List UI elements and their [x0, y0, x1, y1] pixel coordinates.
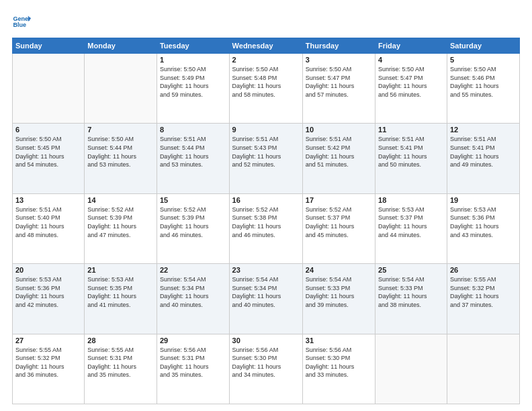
calendar-cell: 6Sunrise: 5:50 AM Sunset: 5:45 PM Daylig…	[13, 124, 85, 193]
day-info: Sunrise: 5:53 AM Sunset: 5:35 PM Dayligh…	[87, 275, 154, 309]
calendar-cell: 1Sunrise: 5:50 AM Sunset: 5:49 PM Daylig…	[157, 54, 229, 124]
weekday-header: Friday	[375, 38, 447, 54]
calendar-cell: 24Sunrise: 5:54 AM Sunset: 5:33 PM Dayli…	[302, 264, 375, 334]
day-info: Sunrise: 5:53 AM Sunset: 5:36 PM Dayligh…	[15, 275, 81, 309]
calendar-cell: 30Sunrise: 5:56 AM Sunset: 5:30 PM Dayli…	[229, 334, 302, 404]
calendar-cell: 31Sunrise: 5:56 AM Sunset: 5:30 PM Dayli…	[302, 334, 375, 404]
calendar-table: SundayMondayTuesdayWednesdayThursdayFrid…	[12, 38, 520, 404]
calendar-cell: 18Sunrise: 5:53 AM Sunset: 5:37 PM Dayli…	[375, 193, 447, 263]
day-info: Sunrise: 5:50 AM Sunset: 5:44 PM Dayligh…	[87, 135, 154, 169]
day-number: 15	[160, 196, 226, 204]
day-info: Sunrise: 5:55 AM Sunset: 5:31 PM Dayligh…	[87, 346, 154, 379]
day-info: Sunrise: 5:52 AM Sunset: 5:38 PM Dayligh…	[232, 205, 300, 239]
day-info: Sunrise: 5:53 AM Sunset: 5:37 PM Dayligh…	[378, 205, 444, 239]
calendar-cell: 21Sunrise: 5:53 AM Sunset: 5:35 PM Dayli…	[85, 264, 157, 334]
day-number: 26	[450, 266, 517, 274]
day-info: Sunrise: 5:54 AM Sunset: 5:34 PM Dayligh…	[232, 275, 300, 309]
calendar-week-row: 20Sunrise: 5:53 AM Sunset: 5:36 PM Dayli…	[13, 264, 520, 334]
calendar-cell: 2Sunrise: 5:50 AM Sunset: 5:48 PM Daylig…	[229, 54, 302, 124]
calendar-week-row: 1Sunrise: 5:50 AM Sunset: 5:49 PM Daylig…	[13, 54, 520, 124]
day-number: 1	[160, 56, 226, 64]
day-number: 7	[87, 126, 154, 134]
day-info: Sunrise: 5:54 AM Sunset: 5:33 PM Dayligh…	[378, 275, 444, 309]
calendar-cell: 27Sunrise: 5:55 AM Sunset: 5:32 PM Dayli…	[13, 334, 85, 404]
day-number: 14	[87, 196, 154, 204]
calendar-cell: 25Sunrise: 5:54 AM Sunset: 5:33 PM Dayli…	[375, 264, 447, 334]
day-info: Sunrise: 5:51 AM Sunset: 5:43 PM Dayligh…	[232, 135, 300, 169]
day-info: Sunrise: 5:51 AM Sunset: 5:42 PM Dayligh…	[306, 135, 372, 169]
day-info: Sunrise: 5:52 AM Sunset: 5:37 PM Dayligh…	[306, 205, 372, 239]
calendar-cell: 8Sunrise: 5:51 AM Sunset: 5:44 PM Daylig…	[157, 124, 229, 193]
day-number: 4	[378, 56, 444, 64]
day-number: 6	[15, 126, 81, 134]
day-info: Sunrise: 5:52 AM Sunset: 5:39 PM Dayligh…	[87, 205, 154, 239]
calendar-cell: 19Sunrise: 5:53 AM Sunset: 5:36 PM Dayli…	[447, 193, 519, 263]
day-number: 18	[378, 196, 444, 204]
day-info: Sunrise: 5:51 AM Sunset: 5:40 PM Dayligh…	[15, 205, 81, 239]
calendar-cell: 11Sunrise: 5:51 AM Sunset: 5:41 PM Dayli…	[375, 124, 447, 193]
day-info: Sunrise: 5:54 AM Sunset: 5:33 PM Dayligh…	[306, 275, 372, 309]
day-number: 28	[87, 336, 154, 345]
day-info: Sunrise: 5:51 AM Sunset: 5:41 PM Dayligh…	[450, 135, 517, 169]
day-number: 8	[160, 126, 226, 134]
day-info: Sunrise: 5:52 AM Sunset: 5:39 PM Dayligh…	[160, 205, 226, 239]
day-number: 16	[232, 196, 300, 204]
calendar-cell	[447, 334, 519, 404]
day-number: 10	[306, 126, 372, 134]
day-info: Sunrise: 5:50 AM Sunset: 5:46 PM Dayligh…	[450, 65, 517, 99]
calendar-week-row: 27Sunrise: 5:55 AM Sunset: 5:32 PM Dayli…	[13, 334, 520, 404]
calendar-cell: 13Sunrise: 5:51 AM Sunset: 5:40 PM Dayli…	[13, 193, 85, 263]
day-number: 17	[306, 196, 372, 204]
calendar-cell	[375, 334, 447, 404]
day-info: Sunrise: 5:55 AM Sunset: 5:32 PM Dayligh…	[15, 346, 81, 379]
weekday-header: Wednesday	[229, 38, 302, 54]
calendar-cell	[13, 54, 85, 124]
day-info: Sunrise: 5:50 AM Sunset: 5:47 PM Dayligh…	[378, 65, 444, 99]
day-info: Sunrise: 5:50 AM Sunset: 5:45 PM Dayligh…	[15, 135, 81, 169]
day-number: 2	[232, 56, 300, 64]
day-number: 19	[450, 196, 517, 204]
logo: General Blue	[12, 12, 31, 31]
calendar-cell: 22Sunrise: 5:54 AM Sunset: 5:34 PM Dayli…	[157, 264, 229, 334]
weekday-header: Tuesday	[157, 38, 229, 54]
calendar-cell: 15Sunrise: 5:52 AM Sunset: 5:39 PM Dayli…	[157, 193, 229, 263]
day-number: 24	[306, 266, 372, 274]
day-number: 23	[232, 266, 300, 274]
weekday-header: Thursday	[302, 38, 375, 54]
calendar-cell: 14Sunrise: 5:52 AM Sunset: 5:39 PM Dayli…	[85, 193, 157, 263]
day-number: 27	[15, 336, 81, 345]
day-number: 9	[232, 126, 300, 134]
day-number: 3	[306, 56, 372, 64]
day-info: Sunrise: 5:53 AM Sunset: 5:36 PM Dayligh…	[450, 205, 517, 239]
calendar-week-row: 6Sunrise: 5:50 AM Sunset: 5:45 PM Daylig…	[13, 124, 520, 193]
day-number: 12	[450, 126, 517, 134]
day-info: Sunrise: 5:51 AM Sunset: 5:41 PM Dayligh…	[378, 135, 444, 169]
day-info: Sunrise: 5:56 AM Sunset: 5:30 PM Dayligh…	[306, 346, 372, 379]
calendar-cell: 10Sunrise: 5:51 AM Sunset: 5:42 PM Dayli…	[302, 124, 375, 193]
weekday-header: Saturday	[447, 38, 519, 54]
day-number: 29	[160, 336, 226, 345]
day-number: 21	[87, 266, 154, 274]
svg-text:Blue: Blue	[13, 21, 26, 28]
day-number: 20	[15, 266, 81, 274]
calendar-cell: 17Sunrise: 5:52 AM Sunset: 5:37 PM Dayli…	[302, 193, 375, 263]
calendar-header-row: SundayMondayTuesdayWednesdayThursdayFrid…	[13, 38, 520, 54]
day-info: Sunrise: 5:50 AM Sunset: 5:49 PM Dayligh…	[160, 65, 226, 99]
weekday-header: Monday	[85, 38, 157, 54]
calendar-cell	[85, 54, 157, 124]
calendar-cell: 4Sunrise: 5:50 AM Sunset: 5:47 PM Daylig…	[375, 54, 447, 124]
calendar-cell: 12Sunrise: 5:51 AM Sunset: 5:41 PM Dayli…	[447, 124, 519, 193]
calendar-cell: 9Sunrise: 5:51 AM Sunset: 5:43 PM Daylig…	[229, 124, 302, 193]
day-info: Sunrise: 5:54 AM Sunset: 5:34 PM Dayligh…	[160, 275, 226, 309]
calendar-cell: 26Sunrise: 5:55 AM Sunset: 5:32 PM Dayli…	[447, 264, 519, 334]
day-number: 13	[15, 196, 81, 204]
day-info: Sunrise: 5:56 AM Sunset: 5:30 PM Dayligh…	[232, 346, 300, 379]
calendar-cell: 3Sunrise: 5:50 AM Sunset: 5:47 PM Daylig…	[302, 54, 375, 124]
calendar-cell: 28Sunrise: 5:55 AM Sunset: 5:31 PM Dayli…	[85, 334, 157, 404]
calendar-cell: 20Sunrise: 5:53 AM Sunset: 5:36 PM Dayli…	[13, 264, 85, 334]
day-number: 31	[306, 336, 372, 345]
calendar-cell: 5Sunrise: 5:50 AM Sunset: 5:46 PM Daylig…	[447, 54, 519, 124]
calendar-cell: 16Sunrise: 5:52 AM Sunset: 5:38 PM Dayli…	[229, 193, 302, 263]
page-header: General Blue	[12, 12, 520, 31]
day-info: Sunrise: 5:56 AM Sunset: 5:31 PM Dayligh…	[160, 346, 226, 379]
